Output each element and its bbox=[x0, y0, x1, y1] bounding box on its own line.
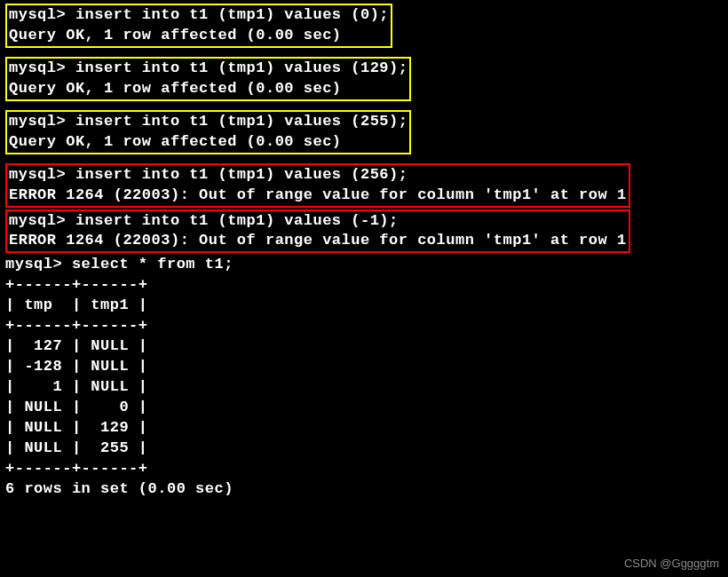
watermark: CSDN @Gggggtm bbox=[624, 556, 719, 572]
sql-result: Query OK, 1 row affected (0.00 sec) bbox=[9, 79, 408, 99]
table-separator: +------+------+ bbox=[5, 459, 723, 479]
table-separator: +------+------+ bbox=[5, 275, 723, 296]
error-block-1: mysql> insert into t1 (tmp1) values (256… bbox=[5, 163, 630, 208]
sql-command: mysql> insert into t1 (tmp1) values (-1)… bbox=[9, 211, 627, 232]
sql-result: Query OK, 1 row affected (0.00 sec) bbox=[9, 132, 408, 153]
sql-command: mysql> insert into t1 (tmp1) values (256… bbox=[9, 165, 627, 186]
table-row: | NULL | 255 | bbox=[5, 439, 723, 459]
table-row: | 127 | NULL | bbox=[5, 336, 723, 357]
query-block-3: mysql> insert into t1 (tmp1) values (255… bbox=[5, 110, 411, 154]
table-row: | NULL | 0 | bbox=[5, 398, 723, 418]
error-block-2: mysql> insert into t1 (tmp1) values (-1)… bbox=[5, 209, 630, 254]
table-row: | NULL | 129 | bbox=[5, 418, 723, 439]
query-block-1: mysql> insert into t1 (tmp1) values (0);… bbox=[5, 4, 392, 48]
select-output: mysql> select * from t1; +------+------+… bbox=[5, 255, 723, 499]
table-separator: +------+------+ bbox=[5, 316, 723, 336]
sql-error: ERROR 1264 (22003): Out of range value f… bbox=[9, 186, 627, 206]
sql-command: mysql> insert into t1 (tmp1) values (255… bbox=[9, 112, 408, 132]
table-footer: 6 rows in set (0.00 sec) bbox=[5, 479, 723, 500]
sql-error: ERROR 1264 (22003): Out of range value f… bbox=[9, 231, 627, 251]
table-row: | -128 | NULL | bbox=[5, 357, 723, 377]
query-block-2: mysql> insert into t1 (tmp1) values (129… bbox=[5, 57, 411, 101]
sql-select-command: mysql> select * from t1; bbox=[5, 255, 723, 275]
table-header: | tmp | tmp1 | bbox=[5, 296, 723, 316]
sql-command: mysql> insert into t1 (tmp1) values (129… bbox=[9, 59, 408, 79]
table-row: | 1 | NULL | bbox=[5, 377, 723, 398]
sql-result: Query OK, 1 row affected (0.00 sec) bbox=[9, 26, 389, 46]
sql-command: mysql> insert into t1 (tmp1) values (0); bbox=[9, 5, 389, 26]
